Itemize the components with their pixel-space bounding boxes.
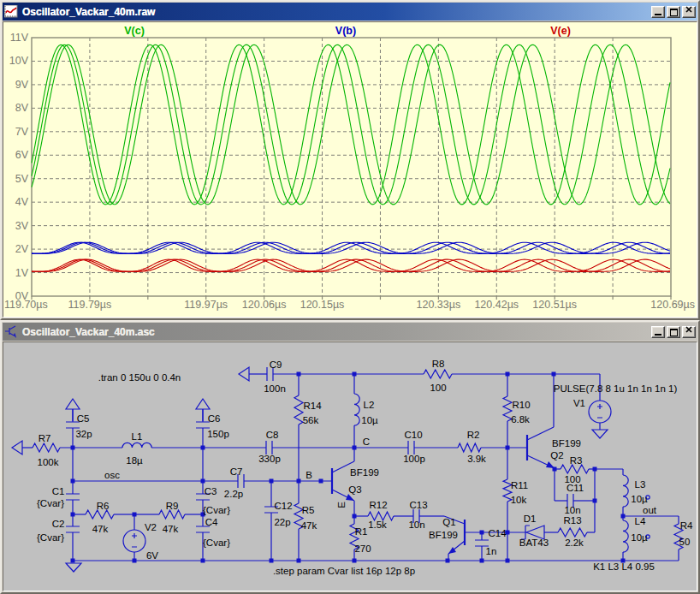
waveform-window-titlebar[interactable]: Oscillator_Vackar_40m.raw	[3, 3, 697, 21]
L4-inductor[interactable]	[623, 520, 628, 552]
component-label[interactable]: R1	[355, 526, 368, 537]
component-label[interactable]: 100n	[264, 383, 286, 394]
component-label[interactable]: 1n	[486, 546, 497, 556]
component-label[interactable]: R10	[512, 400, 530, 410]
component-label[interactable]: Q3	[348, 484, 361, 495]
C2-capacitor[interactable]	[66, 526, 80, 532]
component-label[interactable]: .tran 0 150u 0 0.4n	[98, 372, 181, 383]
component-label[interactable]: C5	[77, 413, 90, 424]
component-label[interactable]: R13	[563, 515, 581, 526]
component-label[interactable]: {Cvar}	[203, 505, 230, 515]
legend-item-3[interactable]: V(e)	[550, 25, 571, 37]
component-label[interactable]: 47k	[92, 524, 109, 534]
close-button[interactable]	[682, 326, 696, 338]
component-label[interactable]: {Cvar}	[203, 538, 230, 548]
V1-ground-symbol[interactable]	[592, 430, 608, 438]
component-label[interactable]: L2	[364, 400, 375, 410]
minimize-button[interactable]	[651, 6, 665, 18]
component-label[interactable]: PULSE(7.8 8 1u 1n 1n 1n 1)	[554, 383, 678, 394]
component-label[interactable]: C10	[404, 430, 422, 440]
component-label[interactable]: 18µ	[126, 455, 143, 466]
component-label[interactable]: L1	[132, 431, 143, 442]
waveform-plot[interactable]: 0V1V2V3V4V5V6V7V8V9V10V11V119.70µs119.79…	[3, 22, 697, 317]
component-label[interactable]: 100k	[38, 457, 59, 467]
component-label[interactable]: {Cvar}	[37, 532, 64, 543]
C4-capacitor[interactable]	[196, 526, 210, 532]
component-label[interactable]: E	[336, 502, 347, 508]
component-label[interactable]: V1	[573, 398, 585, 408]
C10-capacitor[interactable]	[408, 441, 414, 454]
component-label[interactable]: 330p	[258, 454, 281, 464]
component-label[interactable]: D1	[524, 514, 537, 524]
R7-flag[interactable]	[12, 441, 22, 454]
legend-item-2[interactable]: V(b)	[335, 25, 356, 37]
component-label[interactable]: C4	[205, 517, 218, 527]
component-label[interactable]: 10µ	[631, 494, 648, 504]
component-label[interactable]: 47k	[163, 524, 179, 534]
component-label[interactable]: C6	[208, 413, 221, 424]
component-label[interactable]: C14	[488, 528, 507, 538]
component-label[interactable]: 10µ	[361, 415, 378, 425]
C14-capacitor[interactable]	[475, 540, 489, 546]
component-label[interactable]: .step param Cvar list 16p 12p 8p	[273, 566, 415, 576]
component-label[interactable]: 2.2p	[224, 489, 243, 499]
C9-flag[interactable]	[239, 367, 249, 381]
component-label[interactable]: 3.9k	[467, 454, 486, 464]
schematic-canvas[interactable]: .tran 0 150u 0 0.4nR7100kC532pL118µC6150…	[3, 342, 697, 591]
component-label[interactable]: R4	[680, 520, 693, 531]
R8-resistor[interactable]	[424, 370, 452, 378]
component-label[interactable]: R8	[432, 359, 445, 369]
component-label[interactable]: out	[643, 505, 657, 515]
component-label[interactable]: L3	[635, 479, 646, 490]
component-label[interactable]: 22p	[274, 517, 290, 527]
V1-voltage-source[interactable]	[589, 401, 611, 423]
component-label[interactable]: L4	[635, 516, 646, 526]
component-label[interactable]: R3	[570, 455, 583, 466]
component-label[interactable]: R9	[166, 501, 179, 511]
minimize-button[interactable]	[651, 326, 665, 338]
component-label[interactable]: R2	[467, 430, 480, 440]
component-label[interactable]: Q1	[442, 517, 455, 527]
component-label[interactable]: C12	[274, 501, 292, 511]
C1-capacitor[interactable]	[66, 494, 80, 500]
component-label[interactable]: 32p	[75, 429, 92, 439]
component-label[interactable]: 10n	[408, 520, 424, 530]
component-label[interactable]: BF199	[429, 530, 458, 540]
component-label[interactable]: R12	[369, 500, 387, 510]
L2-inductor[interactable]	[354, 394, 359, 425]
component-label[interactable]: C8	[266, 430, 279, 440]
component-label[interactable]: 10n	[564, 505, 580, 515]
component-label[interactable]: BAT43	[519, 538, 549, 548]
component-label[interactable]: C11	[567, 483, 584, 493]
close-button[interactable]	[682, 6, 696, 18]
component-label[interactable]: 100	[430, 383, 446, 393]
V2-voltage-source[interactable]	[123, 530, 145, 552]
component-label[interactable]: osc	[104, 470, 120, 480]
R9-resistor[interactable]	[159, 510, 185, 519]
component-label[interactable]: 1.5k	[368, 520, 387, 530]
component-label[interactable]: B	[306, 470, 312, 480]
component-label[interactable]: V2	[145, 522, 157, 532]
R7-resistor[interactable]	[33, 443, 60, 452]
component-label[interactable]: 10k	[511, 495, 527, 505]
component-label[interactable]: R5	[302, 505, 315, 515]
component-label[interactable]: C3	[205, 486, 217, 496]
left-ground-symbol[interactable]	[66, 563, 81, 572]
component-label[interactable]: {Cvar}	[37, 498, 64, 508]
component-label[interactable]: R7	[39, 433, 51, 443]
component-label[interactable]: 2.2k	[565, 538, 584, 548]
C8-capacitor[interactable]	[266, 441, 272, 454]
component-label[interactable]: 6.8k	[511, 414, 530, 425]
R13-resistor[interactable]	[558, 528, 587, 537]
schematic-drawing[interactable]: .tran 0 150u 0 0.4nR7100kC532pL118µC6150…	[3, 342, 697, 591]
maximize-button[interactable]	[667, 6, 680, 18]
component-label[interactable]: 270	[354, 544, 371, 554]
L1-inductor[interactable]	[122, 443, 151, 448]
schematic-window-titlebar[interactable]: Oscillator_Vackar_40m.asc	[3, 323, 697, 341]
component-label[interactable]: 56k	[303, 415, 319, 425]
waveform-plot-pane[interactable]: 0V1V2V3V4V5V6V7V8V9V10V11V119.70µs119.79…	[3, 21, 697, 318]
R3-resistor[interactable]	[561, 465, 589, 473]
component-label[interactable]: R6	[97, 501, 110, 511]
component-label[interactable]: 150p	[207, 429, 229, 439]
component-label[interactable]: C2	[52, 519, 65, 529]
